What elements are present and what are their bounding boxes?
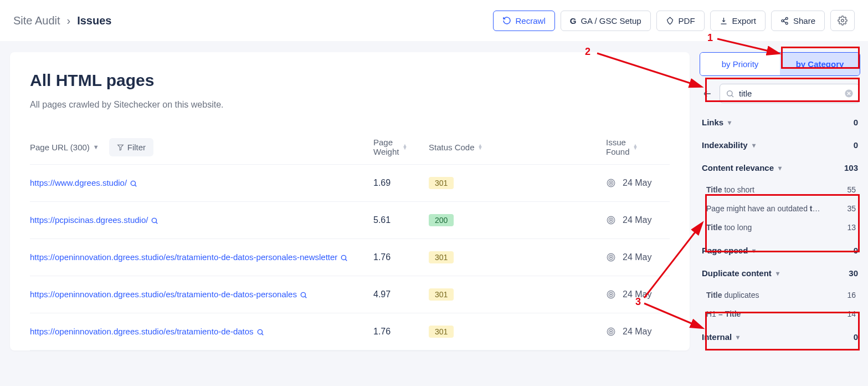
chevron-down-icon: ▾ [778,164,782,172]
issue-item[interactable]: H1 = Title14 [706,304,856,323]
svg-point-3 [841,19,844,22]
category-internal[interactable]: Internal▾0 [700,326,860,348]
category-label: Indexability [702,140,748,150]
download-icon [720,17,728,25]
export-label: Export [732,16,756,26]
table-row: https://pcpiscinas.dgrees.studio/5.61200… [30,202,670,239]
category-count: 30 [849,268,858,278]
topbar: Site Audit › Issues Recrawl G GA / GSC S… [0,0,868,41]
chevron-down-icon[interactable]: ▼ [93,144,99,150]
category-duplicate-content[interactable]: Duplicate content▾30 [700,262,860,285]
svg-point-24 [610,331,612,332]
category-page-speed[interactable]: Page speed▾0 [700,239,860,262]
col-weight-l2[interactable]: Weight [373,147,399,156]
inspect-icon[interactable] [130,180,137,187]
clear-icon[interactable] [844,89,854,98]
status-badge: 301 [429,177,454,189]
page-title: All HTML pages [30,71,670,90]
svg-point-1 [782,19,784,22]
issue-item[interactable]: Title too long13 [706,218,856,237]
tab-by-category[interactable]: by Category [780,53,860,75]
category-items: Title too short55Page might have an outd… [700,179,860,239]
col-status-label[interactable]: Status Code [429,143,475,152]
row-url-link[interactable]: https://openinnovation.dgrees.studio/es/… [30,290,297,299]
filter-button[interactable]: Filter [109,138,153,156]
search-row [700,84,860,103]
category-links[interactable]: Links▾0 [700,111,860,134]
row-url-link[interactable]: https://openinnovation.dgrees.studio/es/… [30,252,337,262]
category-count: 0 [854,246,858,255]
svg-point-12 [610,220,612,221]
chevron-down-icon: ▾ [752,141,756,149]
category-label: Links [702,118,723,127]
inspect-icon[interactable] [151,217,158,225]
issue-count: 35 [847,204,856,213]
recrawl-button[interactable]: Recrawl [493,11,555,31]
sort-icon[interactable]: ▲▼ [402,144,407,150]
status-badge: 301 [429,288,454,301]
col-found-l2[interactable]: Found [606,147,630,156]
issue-count: 14 [847,309,856,318]
category-content-relevance[interactable]: Content relevance▾103 [700,156,860,179]
col-url-label[interactable]: Page URL (300) [30,143,90,152]
bullseye-icon [606,252,616,262]
status-badge: 301 [429,251,454,263]
filter-icon [117,144,124,151]
sidebar: by Priority by Category Links▾0Indexabil… [700,52,860,351]
export-button[interactable]: Export [710,11,766,31]
chevron-down-icon: ▾ [736,333,739,341]
bullseye-icon [606,178,616,188]
issue-item[interactable]: Title duplicates16 [706,286,856,304]
row-url-link[interactable]: https://openinnovation.dgrees.studio/es/… [30,327,254,336]
row-weight: 1.76 [373,327,429,337]
sort-icon[interactable]: ▲▼ [478,144,483,150]
refresh-icon [502,16,511,25]
content-panel: All HTML pages All pages crawled by Site… [10,52,690,351]
category-label: Content relevance [702,163,774,172]
inspect-icon[interactable] [300,291,307,299]
chevron-right-icon: › [67,14,71,27]
table-header: Page URL (300) ▼ Filter Page Weight ▲▼ S… [30,130,670,165]
settings-button[interactable] [830,10,855,31]
bullseye-icon [606,215,616,225]
search-input[interactable] [739,89,844,98]
inspect-icon[interactable] [340,254,348,262]
issue-label: Title too long [706,223,752,232]
breadcrumb-root[interactable]: Site Audit [13,14,60,27]
category-count: 0 [854,332,858,342]
row-found: 24 May [606,252,651,262]
inspect-icon[interactable] [256,328,264,336]
issue-item[interactable]: Title too short55 [706,180,856,199]
svg-point-2 [785,22,788,24]
row-url-link[interactable]: https://pcpiscinas.dgrees.studio/ [30,215,148,225]
category-label: Page speed [702,246,748,255]
main: All HTML pages All pages crawled by Site… [0,41,868,351]
svg-point-0 [785,17,788,19]
row-url-link[interactable]: https://www.dgrees.studio/ [30,178,127,187]
bullseye-icon [606,290,616,299]
table-row: https://www.dgrees.studio/1.6930124 May [30,165,670,202]
issue-item[interactable]: Page might have an outdated t…35 [706,199,856,218]
col-weight-l1[interactable]: Page [373,138,399,147]
svg-marker-4 [117,145,123,150]
category-list: Links▾0Indexability▾0Content relevance▾1… [700,111,860,348]
category-indexability[interactable]: Indexability▾0 [700,134,860,156]
back-icon[interactable] [702,88,713,99]
pdf-button[interactable]: PDF [656,11,705,31]
issue-label: Title too short [706,185,754,194]
svg-point-21 [258,329,262,334]
status-badge: 200 [429,214,454,226]
col-found-l1[interactable]: Issue [606,138,630,147]
recrawl-label: Recrawl [516,16,546,26]
svg-point-8 [610,182,612,184]
gear-icon [838,16,848,26]
ga-gsc-button[interactable]: G GA / GSC Setup [561,11,651,31]
action-bar: Recrawl G GA / GSC Setup PDF Export Shar… [493,10,855,31]
view-tabs: by Priority by Category [700,52,860,76]
share-button[interactable]: Share [771,11,825,31]
row-weight: 1.69 [373,178,429,188]
category-count: 0 [854,140,858,150]
row-found: 24 May [606,178,651,188]
sort-icon[interactable]: ▲▼ [633,144,638,150]
tab-by-priority[interactable]: by Priority [700,53,780,75]
